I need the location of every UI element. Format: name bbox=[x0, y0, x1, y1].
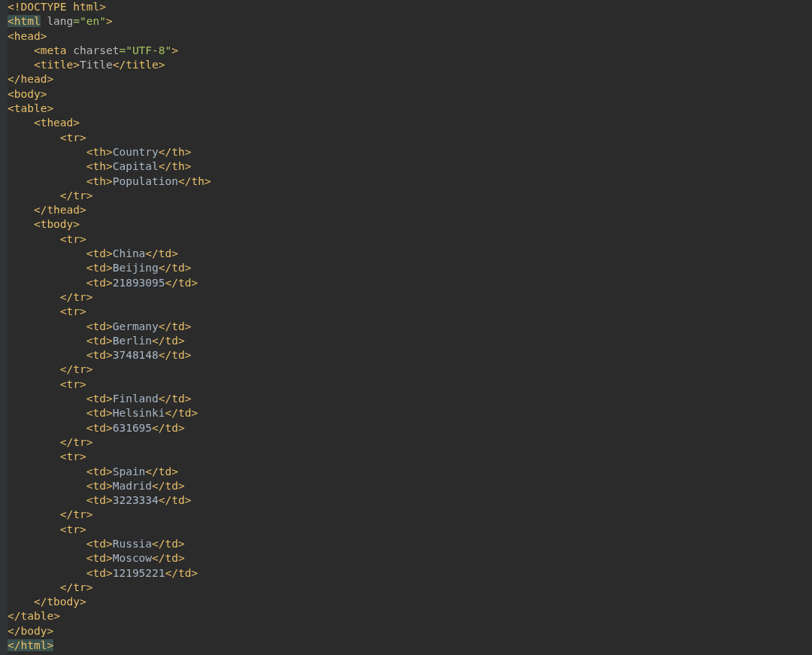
code-line[interactable]: <html lang="en"> bbox=[8, 14, 812, 29]
code-line[interactable]: <head> bbox=[8, 29, 812, 44]
code-line[interactable]: </tr> bbox=[8, 435, 812, 450]
code-line[interactable]: </tr> bbox=[8, 189, 812, 203]
code-line[interactable]: <td>Beijing</td> bbox=[8, 261, 812, 275]
code-line[interactable]: <table> bbox=[8, 102, 812, 116]
code-line[interactable]: <td>Germany</td> bbox=[8, 320, 812, 334]
code-line[interactable]: </tr> bbox=[8, 362, 812, 377]
code-line[interactable]: <th>Population</th> bbox=[8, 174, 812, 189]
code-line[interactable]: </head> bbox=[8, 72, 812, 86]
code-line[interactable]: <td>Madrid</td> bbox=[8, 479, 812, 493]
gutter bbox=[0, 0, 8, 655]
code-line[interactable]: <tr> bbox=[8, 305, 812, 319]
code-line[interactable]: </body> bbox=[8, 624, 812, 638]
code-editor[interactable]: <!DOCTYPE html> <html lang="en"> <head> … bbox=[0, 0, 812, 655]
code-line[interactable]: </html> bbox=[8, 638, 812, 653]
code-line[interactable]: </tr> bbox=[8, 508, 812, 522]
code-line[interactable]: <td>21893095</td> bbox=[8, 276, 812, 290]
code-line[interactable]: <title>Title</title> bbox=[8, 58, 812, 72]
code-line[interactable]: </tbody> bbox=[8, 595, 812, 609]
code-line[interactable]: </tr> bbox=[8, 290, 812, 305]
code-line[interactable]: <tr> bbox=[8, 232, 812, 247]
code-line[interactable]: <td>12195221</td> bbox=[8, 566, 812, 581]
code-line[interactable]: <th>Capital</th> bbox=[8, 159, 812, 174]
code-line[interactable]: <tbody> bbox=[8, 217, 812, 232]
code-line[interactable]: </tr> bbox=[8, 581, 812, 595]
code-line[interactable]: <tr> bbox=[8, 378, 812, 392]
code-line[interactable]: <!DOCTYPE html> bbox=[8, 0, 812, 14]
code-line[interactable]: <td>Russia</td> bbox=[8, 537, 812, 551]
code-line[interactable]: <meta charset="UTF-8"> bbox=[8, 44, 812, 58]
code-line[interactable]: <td>3223334</td> bbox=[8, 493, 812, 508]
code-line[interactable]: <td>Spain</td> bbox=[8, 465, 812, 479]
code-line[interactable]: <tr> bbox=[8, 523, 812, 537]
code-line[interactable]: <thead> bbox=[8, 116, 812, 130]
code-line[interactable]: <td>Helsinki</td> bbox=[8, 406, 812, 420]
code-area[interactable]: <!DOCTYPE html> <html lang="en"> <head> … bbox=[8, 0, 812, 655]
code-line[interactable]: <td>Moscow</td> bbox=[8, 551, 812, 566]
code-line[interactable]: <tr> bbox=[8, 131, 812, 145]
code-line[interactable]: <td>China</td> bbox=[8, 247, 812, 261]
code-line[interactable]: <td>Finland</td> bbox=[8, 392, 812, 406]
code-line[interactable]: <td>Berlin</td> bbox=[8, 334, 812, 348]
code-line[interactable]: <body> bbox=[8, 87, 812, 102]
code-line[interactable]: <th>Country</th> bbox=[8, 145, 812, 159]
code-line[interactable]: </table> bbox=[8, 609, 812, 623]
code-line[interactable]: <td>631695</td> bbox=[8, 421, 812, 435]
code-line[interactable]: </thead> bbox=[8, 203, 812, 217]
code-line[interactable]: <tr> bbox=[8, 450, 812, 464]
code-line[interactable]: <td>3748148</td> bbox=[8, 348, 812, 362]
